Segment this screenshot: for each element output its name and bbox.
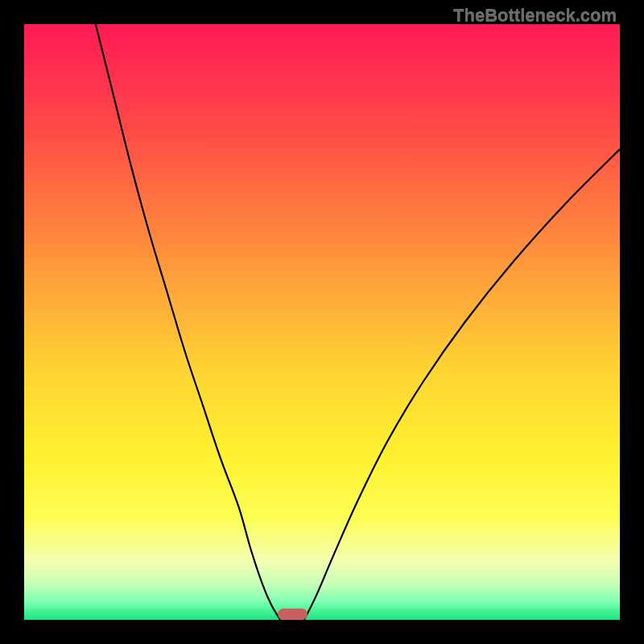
outer-frame: TheBottleneck.com: [0, 0, 644, 644]
bottleneck-curve: [24, 24, 620, 620]
optimal-marker: [278, 609, 308, 620]
watermark-text: TheBottleneck.com: [453, 5, 617, 26]
curve-left-path: [96, 24, 280, 620]
curve-right-path: [304, 149, 620, 620]
plot-area: [24, 24, 620, 620]
